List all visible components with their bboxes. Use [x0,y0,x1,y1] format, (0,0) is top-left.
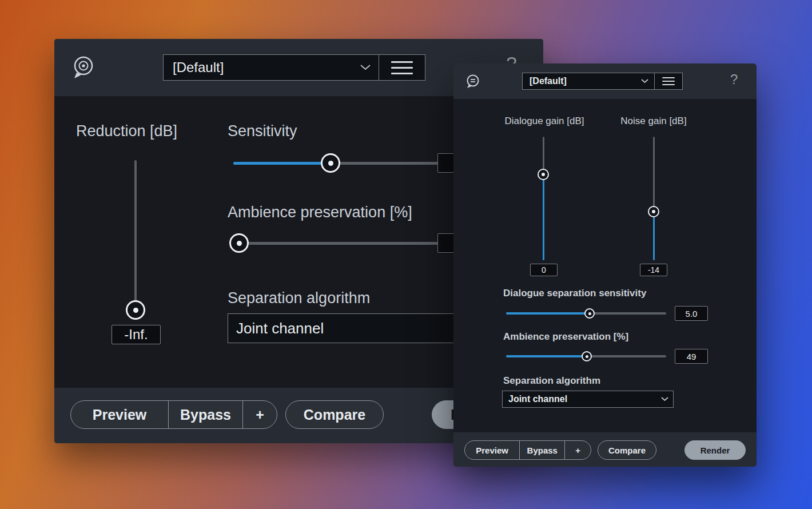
noise-gain-value[interactable]: -14 [640,264,667,276]
preset-menu-button[interactable] [654,73,683,90]
dialogue-isolate-window-small: [Default] ? Dialogue gain [dB] Noise gai… [453,63,757,467]
ambience-label: Ambience preservation [%] [228,204,412,221]
preset-selector-value: [Default] [164,59,360,75]
dialogue-gain-value[interactable]: 0 [530,264,558,276]
reduction-slider-handle[interactable] [126,300,145,320]
sensitivity-value[interactable]: 5.0 [675,306,708,321]
reduction-value[interactable]: -Inf. [112,325,161,344]
plugin-logo-icon [465,73,481,92]
bypass-button[interactable]: Bypass [168,401,242,428]
hamburger-icon [391,61,413,63]
dialogue-gain-label: Dialogue gain [dB] [487,116,602,127]
add-button[interactable]: + [242,401,277,428]
preview-button[interactable]: Preview [71,401,168,428]
noise-gain-label: Noise gain [dB] [596,116,711,127]
ambience-slider-handle[interactable] [229,233,249,253]
add-button[interactable]: + [564,441,591,459]
compare-button[interactable]: Compare [285,400,384,429]
sensitivity-slider-handle[interactable] [321,153,340,173]
help-button[interactable]: ? [730,71,738,88]
render-button[interactable]: Render [684,440,746,460]
algorithm-label: Separation algorithm [228,289,370,307]
preset-selector-value: [Default] [523,76,641,86]
chevron-down-icon [661,397,673,401]
reduction-label: Reduction [dB] [76,122,177,140]
preset-menu-button[interactable] [379,54,425,81]
reduction-slider-track[interactable] [134,160,137,310]
sensitivity-slider-handle[interactable] [584,308,595,319]
bypass-button[interactable]: Bypass [519,441,564,459]
ambience-value[interactable]: 49 [675,349,708,364]
compare-button[interactable]: Compare [598,440,656,460]
algorithm-dropdown[interactable]: Joint channel [502,391,674,408]
ambience-label: Ambience preservation [%] [503,331,628,343]
algorithm-label: Separation algorithm [503,375,600,387]
preset-selector[interactable]: [Default] [522,73,655,90]
noise-gain-slider-handle[interactable] [648,206,659,217]
preset-selector[interactable]: [Default] [163,54,379,81]
preview-button[interactable]: Preview [465,441,519,459]
chevron-down-icon [641,79,654,83]
dialogue-gain-slider-handle[interactable] [538,169,549,180]
sensitivity-label: Dialogue separation sensitivity [503,288,646,299]
transport-button-group: Preview Bypass + [464,440,591,460]
plugin-logo-icon [70,54,97,82]
transport-button-group: Preview Bypass + [70,400,277,429]
chevron-down-icon [360,65,379,70]
ambience-slider-handle[interactable] [582,351,592,361]
algorithm-dropdown-value: Joint channel [503,394,567,404]
hamburger-icon [662,77,675,78]
sensitivity-label: Sensitivity [228,122,297,140]
algorithm-dropdown-value: Joint channel [228,320,324,337]
desktop-background: [Default] ? Reduction [dB] -Inf. Sensiti… [0,0,812,509]
